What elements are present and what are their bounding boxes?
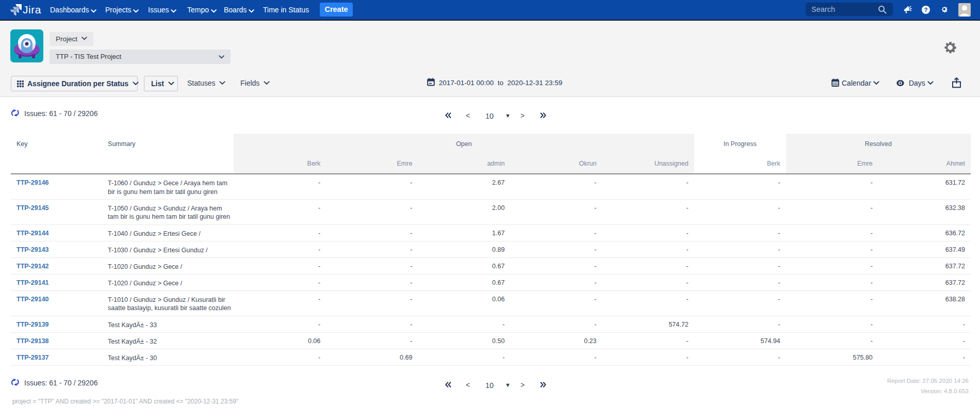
svg-text:?: ? [924,7,927,13]
